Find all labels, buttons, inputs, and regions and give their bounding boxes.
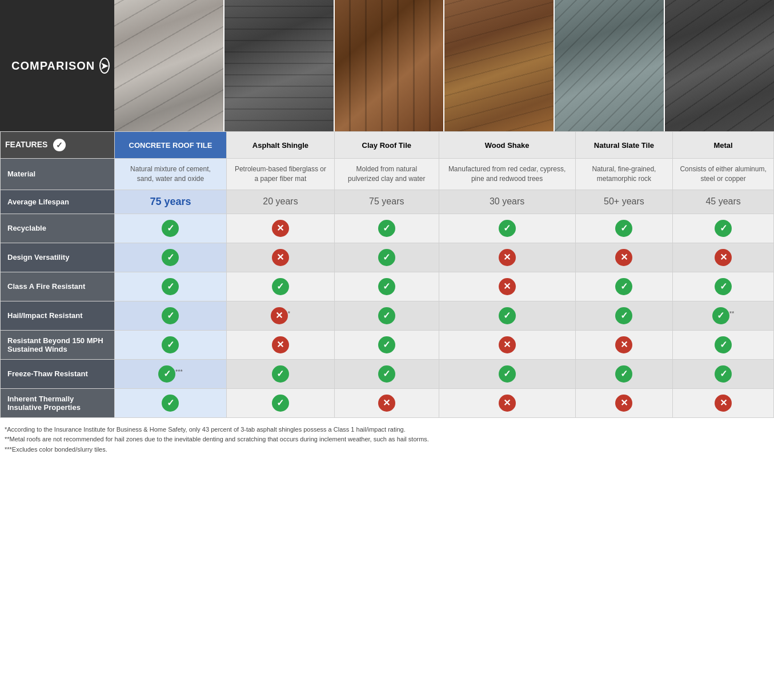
- value-cell: ✕: [226, 330, 334, 359]
- value-cell: ✕: [439, 330, 575, 359]
- value-cell: ✓: [115, 214, 227, 243]
- value-cell: ✓: [575, 272, 673, 301]
- value-cell: 75 years: [335, 190, 439, 214]
- value-cell: Manufactured from red cedar, cypress, pi…: [439, 159, 575, 190]
- table-row: Average Lifespan75 years20 years75 years…: [1, 190, 774, 214]
- check-icon: ✓: [615, 220, 632, 237]
- feature-name-cell: Resistant Beyond 150 MPH Sustained Winds: [1, 330, 115, 359]
- value-cell: Natural mixture of cement, sand, water a…: [115, 159, 227, 190]
- footnote-1: *According to the Insurance Institute fo…: [5, 425, 769, 435]
- value-cell: Natural, fine-grained, metamorphic rock: [575, 159, 673, 190]
- check-icon: ✓: [499, 307, 516, 324]
- check-icon: ✓: [715, 336, 732, 353]
- value-cell: 45 years: [673, 190, 774, 214]
- concrete-column-header: CONCRETE ROOF TILE: [115, 132, 227, 159]
- check-icon: ✓: [715, 365, 732, 383]
- value-cell: Molded from natural pulverized clay and …: [335, 159, 439, 190]
- check-icon: ✓: [615, 307, 632, 324]
- feature-name-cell: Class A Fire Resistant: [1, 272, 115, 301]
- footnote-marker: *: [288, 310, 290, 317]
- check-icon: ✓: [378, 220, 395, 237]
- value-cell: ✓: [335, 359, 439, 388]
- value-cell: ✓: [335, 243, 439, 272]
- asphalt-column-header: Asphalt Shingle: [226, 132, 334, 159]
- check-icon: ✓: [378, 365, 395, 383]
- table-row: Inherent Thermally Insulative Properties…: [1, 388, 774, 417]
- value-cell: ✓***: [115, 359, 227, 388]
- lifespan-value: 75 years: [150, 196, 191, 207]
- value-cell: ✓: [575, 359, 673, 388]
- value-cell: ✓: [439, 301, 575, 330]
- table-row: Recyclable✓✕✓✓✓✓: [1, 214, 774, 243]
- check-icon: ✓: [272, 365, 289, 383]
- comparison-label: COMPARISON ➤: [0, 0, 114, 131]
- x-icon: ✕: [499, 395, 516, 412]
- metal-column-header: Metal: [673, 132, 774, 159]
- check-icon: ✓: [272, 278, 289, 295]
- value-cell: ✓: [575, 301, 673, 330]
- value-cell: ✕: [226, 214, 334, 243]
- image-header-row: COMPARISON ➤: [0, 0, 774, 131]
- table-row: Resistant Beyond 150 MPH Sustained Winds…: [1, 330, 774, 359]
- lifespan-value: 45 years: [705, 196, 740, 206]
- feature-name-cell: Average Lifespan: [1, 190, 115, 214]
- feature-name-cell: Inherent Thermally Insulative Properties: [1, 388, 115, 417]
- feature-name-cell: Recyclable: [1, 214, 115, 243]
- value-cell: ✕: [575, 330, 673, 359]
- wood-roof-image: [444, 0, 555, 131]
- x-icon: ✕: [272, 249, 289, 266]
- value-cell: ✕: [439, 388, 575, 417]
- value-cell: ✓: [115, 330, 227, 359]
- x-icon: ✕: [615, 336, 632, 353]
- comparison-table: FEATURES ✓ CONCRETE ROOF TILE Asphalt Sh…: [0, 131, 774, 418]
- x-icon: ✕: [271, 307, 288, 324]
- check-icon: ✓: [162, 336, 179, 353]
- comparison-text: COMPARISON: [11, 59, 95, 73]
- value-cell: ✓: [226, 388, 334, 417]
- value-cell: ✓: [335, 330, 439, 359]
- asphalt-roof-image: [224, 0, 335, 131]
- slate-label: Natural Slate Tile: [594, 141, 654, 150]
- check-icon: ✓: [158, 365, 175, 383]
- feature-name-cell: Material: [1, 159, 115, 190]
- value-cell: ✕: [673, 388, 774, 417]
- value-cell: ✕: [439, 243, 575, 272]
- x-icon: ✕: [499, 249, 516, 266]
- value-cell: ✓: [335, 272, 439, 301]
- value-cell: ✕: [575, 243, 673, 272]
- value-cell: ✓: [335, 214, 439, 243]
- value-cell: ✓: [115, 272, 227, 301]
- value-cell: ✓: [673, 214, 774, 243]
- x-icon: ✕: [499, 336, 516, 353]
- value-cell: ✓: [335, 301, 439, 330]
- value-cell: ✓: [673, 359, 774, 388]
- lifespan-value: 30 years: [490, 196, 524, 206]
- x-icon: ✕: [715, 249, 732, 266]
- check-icon: ✓: [615, 365, 632, 383]
- value-cell: ✕: [673, 243, 774, 272]
- check-icon: ✓: [162, 395, 179, 412]
- value-cell: ✓: [673, 330, 774, 359]
- value-cell: ✓: [439, 214, 575, 243]
- value-cell: ✓**: [673, 301, 774, 330]
- clay-label: Clay Roof Tile: [362, 141, 411, 150]
- check-icon: ✓: [378, 278, 395, 295]
- value-cell: 75 years: [115, 190, 227, 214]
- x-icon: ✕: [272, 220, 289, 237]
- features-column-header: FEATURES ✓: [1, 132, 115, 159]
- x-icon: ✕: [378, 395, 395, 412]
- metal-roof-image: [665, 0, 774, 131]
- x-icon: ✕: [499, 278, 516, 295]
- footnote-marker: **: [729, 310, 735, 317]
- value-cell: ✕: [575, 388, 673, 417]
- value-cell: ✓: [115, 388, 227, 417]
- features-check-icon: ✓: [53, 139, 66, 151]
- x-icon: ✕: [272, 336, 289, 353]
- lifespan-value: 75 years: [369, 196, 404, 206]
- check-icon: ✓: [162, 307, 179, 324]
- table-row: Hail/Impact Resistant✓✕*✓✓✓✓**: [1, 301, 774, 330]
- table-row: Design Versatility✓✕✓✕✕✕: [1, 243, 774, 272]
- value-cell: ✓: [115, 243, 227, 272]
- wood-label: Wood Shake: [485, 141, 530, 150]
- footnotes-section: *According to the Insurance Institute fo…: [0, 418, 774, 462]
